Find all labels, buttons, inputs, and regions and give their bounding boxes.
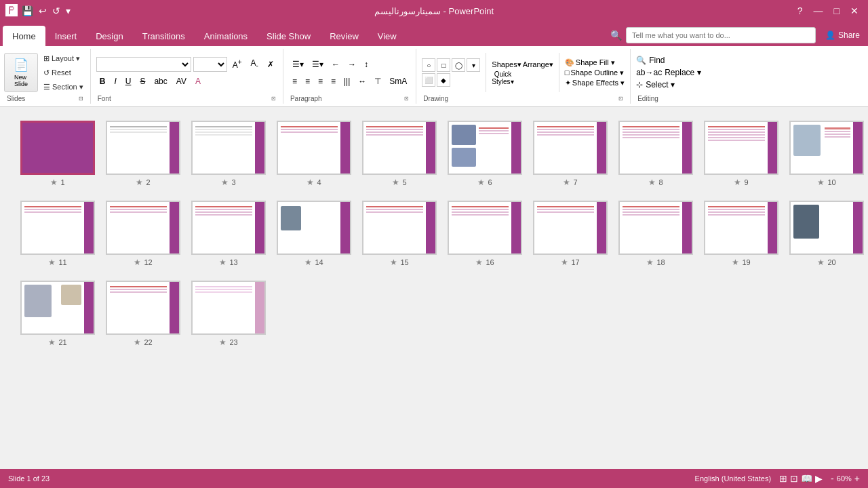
zoom-level: 60% (837, 474, 852, 483)
tab-insert[interactable]: Insert (45, 26, 87, 46)
shape-select-button[interactable]: ○ (422, 58, 435, 72)
slide-sorter-button[interactable]: ⊡ (790, 473, 798, 484)
undo-button[interactable]: ↩ (37, 4, 48, 18)
bold-button[interactable]: B (96, 74, 109, 89)
help-button[interactable]: ? (793, 5, 807, 16)
columns-button[interactable]: ||| (340, 74, 353, 89)
slide-item-12[interactable]: ★ 12 (106, 201, 180, 267)
slide-item-4[interactable]: ★ 4 (277, 121, 351, 187)
shape-diamond-button[interactable]: ◆ (437, 73, 450, 87)
slide-item-9[interactable]: ★ 9 (704, 121, 778, 187)
slide-item-23[interactable]: ★ 23 (191, 281, 266, 347)
slide-item-2[interactable]: ★ 2 (106, 121, 180, 187)
slide-item-16[interactable]: ★ 16 (448, 201, 522, 267)
customize-qat-button[interactable]: ▾ (64, 4, 72, 18)
bullets-button[interactable]: ☰▾ (289, 57, 307, 72)
close-button[interactable]: ✕ (846, 5, 863, 16)
slide-1-number: 1 (60, 178, 64, 186)
tab-design[interactable]: Design (86, 26, 132, 46)
font-color-button[interactable]: A (192, 74, 204, 89)
text-direction-button[interactable]: ↔ (355, 74, 370, 89)
tab-slideshow[interactable]: Slide Show (257, 26, 320, 46)
zoom-out-button[interactable]: - (831, 473, 834, 484)
new-slide-icon: 📄 (14, 58, 28, 73)
title-bar: 🅿 💾 ↩ ↺ ▾ سمینارسورناليسم - PowerPoint ?… (0, 0, 868, 22)
slide-item-7[interactable]: ★ 7 (533, 121, 608, 187)
font-family-select[interactable] (96, 57, 191, 72)
slide-item-14[interactable]: ★ 14 (277, 201, 351, 267)
select-button[interactable]: ⊹ Select ▾ (636, 80, 720, 89)
increase-indent-button[interactable]: → (344, 57, 359, 72)
slide-item-11[interactable]: ★ 11 (20, 201, 95, 267)
layout-button[interactable]: ⊞ Layout ▾ (41, 53, 86, 64)
slide-item-18[interactable]: ★ 18 (618, 201, 693, 267)
font-size-increase-button[interactable]: A+ (229, 57, 245, 72)
find-button[interactable]: 🔍 Find (636, 56, 720, 65)
align-right-button[interactable]: ≡ (315, 74, 326, 89)
slide-20-number: 20 (827, 258, 835, 266)
slide-item-10[interactable]: ★ 10 (789, 121, 864, 187)
share-button[interactable]: 👤 Share (820, 29, 865, 41)
shape-rounded-button[interactable]: ⬜ (422, 73, 435, 87)
decrease-indent-button[interactable]: ← (328, 57, 343, 72)
tab-home[interactable]: Home (3, 26, 45, 46)
replace-button[interactable]: ab→ac Replace ▾ (636, 68, 720, 77)
italic-button[interactable]: I (111, 74, 119, 89)
search-input[interactable] (626, 27, 816, 43)
underline-button[interactable]: U (122, 74, 135, 89)
slide-item-20[interactable]: ★ 20 (789, 201, 864, 267)
minimize-button[interactable]: — (810, 5, 827, 16)
slideshow-view-button[interactable]: ▶ (815, 473, 823, 484)
line-spacing-button[interactable]: ↕ (361, 57, 372, 72)
slide-item-6[interactable]: ★ 6 (448, 121, 522, 187)
slide-item-3[interactable]: ★ 3 (191, 121, 266, 187)
slide-item-22[interactable]: ★ 22 (106, 281, 180, 347)
shape-outline-button[interactable]: □ Shape Outline ▾ (565, 68, 625, 77)
shape-effects-button[interactable]: ✦ Shape Effects ▾ (565, 79, 625, 87)
slide-item-1[interactable]: ★ 1 (20, 121, 95, 187)
clear-format-button[interactable]: ✗ (264, 57, 277, 72)
slide-item-15[interactable]: ★ 15 (362, 201, 437, 267)
font-size-decrease-button[interactable]: A- (248, 57, 262, 72)
slide-thumb-9 (704, 121, 778, 175)
tab-review[interactable]: Review (320, 26, 368, 46)
slide-11-number: 11 (58, 258, 66, 266)
section-button[interactable]: ☰ Section ▾ (41, 81, 86, 93)
shapes-button[interactable]: Shapes▾ (492, 60, 521, 69)
char-spacing-button[interactable]: AV (173, 74, 190, 89)
shape-fill-button[interactable]: 🎨 Shape Fill ▾ (565, 58, 625, 67)
tab-animations[interactable]: Animations (195, 26, 257, 46)
tab-view[interactable]: View (368, 26, 406, 46)
tab-transitions[interactable]: Transitions (133, 26, 195, 46)
slide-19-info: ★ 19 (732, 258, 750, 267)
slides-row-3: ★ 23 ★ 22 (20, 281, 848, 347)
arrange-button[interactable]: Arrange▾ (523, 60, 553, 69)
new-slide-button[interactable]: 📄 NewSlide (4, 53, 38, 92)
slide-item-17[interactable]: ★ 17 (533, 201, 608, 267)
slide-item-5[interactable]: ★ 5 (362, 121, 437, 187)
shape-oval-button[interactable]: ◯ (452, 58, 465, 72)
slide-item-13[interactable]: ★ 13 (191, 201, 266, 267)
strikethrough-button[interactable]: S (136, 74, 149, 89)
maximize-button[interactable]: □ (830, 5, 844, 16)
align-center-button[interactable]: ≡ (302, 74, 313, 89)
shape-more-button[interactable]: ▾ (467, 58, 480, 72)
redo-button[interactable]: ↺ (51, 4, 62, 18)
text-align-top-button[interactable]: ⊤ (371, 74, 384, 89)
zoom-in-button[interactable]: + (854, 473, 860, 484)
shape-rect-button[interactable]: □ (437, 58, 450, 72)
shadow-button[interactable]: abc (151, 74, 170, 89)
align-left-button[interactable]: ≡ (289, 74, 300, 89)
reset-button[interactable]: ↺ Reset (41, 67, 86, 79)
quick-styles-button[interactable]: QuickStyles▾ (492, 70, 513, 85)
reading-view-button[interactable]: 📖 (801, 473, 812, 484)
slide-item-8[interactable]: ★ 8 (618, 121, 693, 187)
slide-item-19[interactable]: ★ 19 (704, 201, 778, 267)
font-size-select[interactable] (193, 57, 227, 72)
slide-item-21[interactable]: ★ 21 (20, 281, 95, 347)
convert-smartart-button[interactable]: SmA (386, 74, 410, 89)
normal-view-button[interactable]: ⊞ (779, 473, 787, 484)
numbering-button[interactable]: ☰▾ (309, 57, 327, 72)
save-button[interactable]: 💾 (20, 4, 35, 18)
justify-button[interactable]: ≡ (328, 74, 339, 89)
